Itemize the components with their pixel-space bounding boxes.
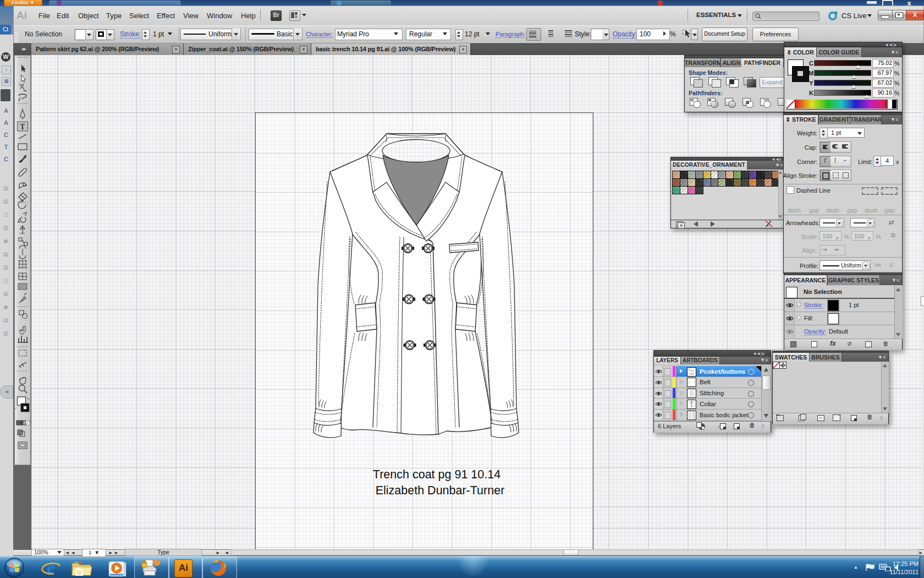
svg-text:Trench coat pg 91 10.14: Trench coat pg 91 10.14 xyxy=(373,468,501,481)
svg-text:T: T xyxy=(20,123,25,131)
svg-text:Elizabeth Dunbar-Turner: Elizabeth Dunbar-Turner xyxy=(376,484,505,497)
